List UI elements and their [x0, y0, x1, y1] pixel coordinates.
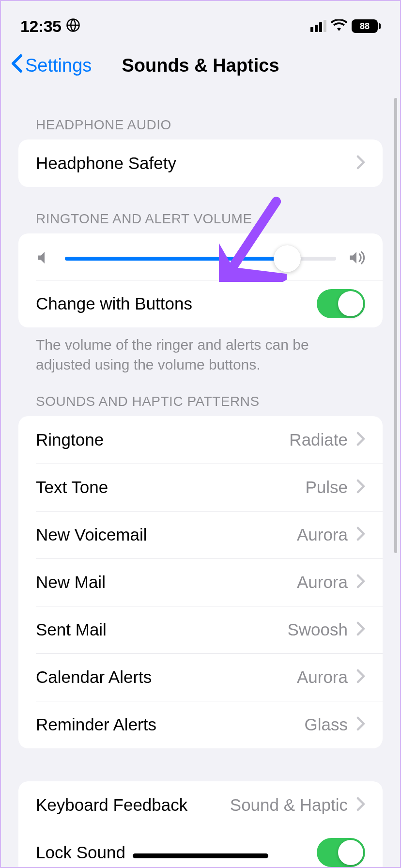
- lock-sound-switch[interactable]: [317, 838, 365, 867]
- chevron-right-icon: [356, 574, 365, 590]
- row-label: New Mail: [36, 573, 106, 592]
- row-pattern[interactable]: Sent MailSwoosh: [18, 606, 383, 653]
- navigation-bar: Settings Sounds & Haptics: [1, 45, 400, 93]
- slider-thumb[interactable]: [274, 245, 301, 272]
- speaker-min-icon: [36, 249, 53, 268]
- switch-knob: [338, 291, 363, 316]
- chevron-right-icon: [356, 716, 365, 733]
- volume-slider[interactable]: [65, 257, 336, 261]
- wifi-icon: [331, 19, 347, 33]
- row-label: Sent Mail: [36, 620, 107, 639]
- back-button[interactable]: Settings: [11, 54, 92, 78]
- group-headphone: Headphone Safety: [18, 140, 383, 187]
- chevron-right-icon: [356, 479, 365, 496]
- speaker-max-icon: [348, 249, 365, 268]
- group-ringtone: Change with Buttons: [18, 233, 383, 327]
- row-value: Swoosh: [287, 620, 348, 639]
- row-value: Aurora: [297, 667, 348, 687]
- row-label: Ringtone: [36, 430, 104, 450]
- volume-slider-row: [18, 233, 383, 280]
- row-headphone-safety[interactable]: Headphone Safety: [18, 140, 383, 187]
- chevron-right-icon: [356, 621, 365, 638]
- row-label: Reminder Alerts: [36, 715, 156, 734]
- row-pattern[interactable]: Calendar AlertsAurora: [18, 653, 383, 701]
- row-label: Change with Buttons: [36, 294, 192, 313]
- row-value: Sound & Haptic: [230, 795, 348, 815]
- slider-fill: [65, 257, 287, 261]
- section-header-headphone: HEADPHONE AUDIO: [18, 93, 383, 140]
- row-value: Radiate: [289, 430, 348, 450]
- chevron-right-icon: [356, 527, 365, 543]
- scroll-indicator[interactable]: [394, 98, 397, 553]
- row-pattern[interactable]: RingtoneRadiate: [18, 416, 383, 464]
- row-label: Keyboard Feedback: [36, 795, 187, 815]
- row-label: Headphone Safety: [36, 154, 176, 173]
- row-label: Calendar Alerts: [36, 667, 152, 687]
- row-pattern[interactable]: Reminder AlertsGlass: [18, 701, 383, 748]
- status-bar: 12:35 88: [1, 1, 400, 45]
- row-label: Lock Sound: [36, 843, 125, 862]
- status-left: 12:35: [20, 17, 80, 36]
- row-value: Pulse: [305, 478, 348, 497]
- content: HEADPHONE AUDIO Headphone Safety RINGTON…: [1, 93, 400, 868]
- status-right: 88: [310, 19, 381, 33]
- row-label: New Voicemail: [36, 525, 147, 544]
- chevron-left-icon: [11, 54, 23, 78]
- cellular-signal-icon: [310, 20, 326, 32]
- status-time: 12:35: [20, 17, 61, 36]
- switch-knob: [338, 840, 363, 865]
- chevron-right-icon: [356, 432, 365, 448]
- chevron-right-icon: [356, 797, 365, 813]
- change-with-buttons-switch[interactable]: [317, 289, 365, 318]
- row-change-with-buttons[interactable]: Change with Buttons: [18, 280, 383, 327]
- row-pattern[interactable]: Text TonePulse: [18, 464, 383, 511]
- home-indicator[interactable]: [133, 853, 268, 858]
- row-value: Glass: [305, 715, 348, 734]
- chevron-right-icon: [356, 669, 365, 685]
- group-patterns: RingtoneRadiateText TonePulseNew Voicema…: [18, 416, 383, 748]
- section-header-patterns: SOUNDS AND HAPTIC PATTERNS: [18, 374, 383, 416]
- row-keyboard-feedback[interactable]: Keyboard Feedback Sound & Haptic: [18, 781, 383, 829]
- row-value: Aurora: [297, 525, 348, 544]
- row-value: Aurora: [297, 573, 348, 592]
- chevron-right-icon: [356, 155, 365, 171]
- row-lock-sound[interactable]: Lock Sound: [18, 829, 383, 868]
- location-globe-icon: [66, 18, 80, 34]
- section-footer-ringtone: The volume of the ringer and alerts can …: [18, 327, 383, 374]
- section-header-ringtone: RINGTONE AND ALERT VOLUME: [18, 187, 383, 233]
- battery-icon: 88: [352, 19, 381, 33]
- row-label: Text Tone: [36, 478, 108, 497]
- row-pattern[interactable]: New VoicemailAurora: [18, 511, 383, 558]
- back-label: Settings: [25, 55, 92, 76]
- row-pattern[interactable]: New MailAurora: [18, 558, 383, 606]
